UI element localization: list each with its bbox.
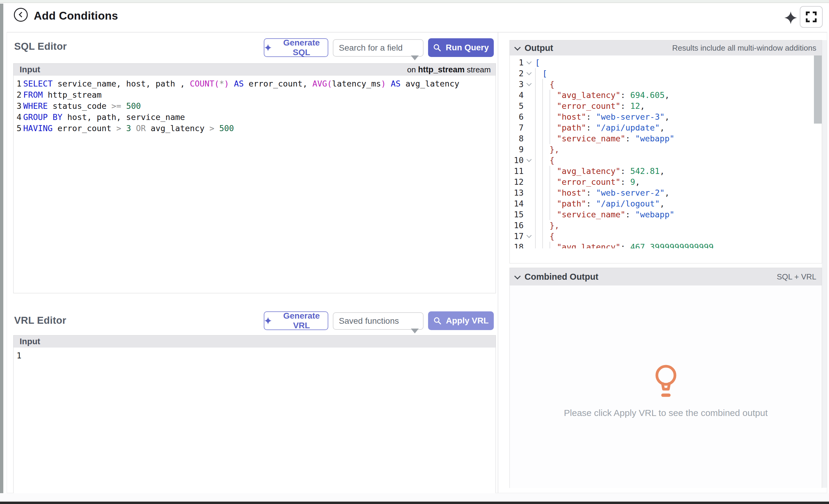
output-title: Output [525, 43, 553, 53]
collapse-chevron-icon[interactable] [524, 68, 535, 79]
line-number: 1 [510, 57, 524, 68]
json-line: 4"avg_latency": 694.605, [510, 90, 822, 101]
json-line: 18"avg_latency": 467.3999999999999, [510, 242, 822, 248]
bottom-spacer [0, 493, 829, 502]
generate-sql-button[interactable]: Generate SQL [264, 38, 328, 57]
output-json-viewer[interactable]: 1[2[3{4"avg_latency": 694.605,5"error_co… [510, 56, 822, 248]
fullscreen-button[interactable] [800, 6, 823, 28]
code-line: 4GROUP BY host, path, service_name [16, 111, 496, 123]
line-number: 4 [510, 90, 524, 101]
combined-output-panel: Combined Output SQL + VRL Please click A… [509, 268, 822, 488]
dropdown-arrow-icon[interactable] [411, 56, 419, 60]
json-line: 13"host": "web-server-2", [510, 187, 822, 199]
saved-functions-input[interactable] [333, 312, 424, 330]
sql-editor-box: Input on http_stream stream 1SELECT serv… [13, 63, 496, 293]
combined-output-body: Please click Apply VRL to see the combin… [510, 285, 822, 488]
collapse-chevron-icon[interactable] [524, 57, 535, 68]
line-number: 16 [510, 220, 524, 231]
sql-controls: Generate SQL Run Query [264, 38, 494, 58]
json-line: 10{ [510, 155, 822, 166]
combined-panel-header: Combined Output SQL + VRL [510, 268, 822, 285]
line-number: 2 [510, 68, 524, 79]
field-search-wrap [333, 39, 424, 57]
line-number: 13 [510, 187, 524, 199]
collapse-chevron-icon[interactable] [524, 79, 535, 90]
fullscreen-icon [805, 11, 817, 23]
output-panel: Output Results include all multi-window … [509, 40, 822, 263]
column-divider [498, 33, 498, 493]
input-label: Input [20, 65, 40, 74]
line-number: 10 [510, 155, 524, 166]
line-number: 12 [510, 177, 524, 187]
bottom-bar [0, 502, 829, 504]
json-line: 12"error_count": 9, [510, 177, 822, 187]
dialog-header: Add Conditions [7, 4, 827, 33]
output-panel-header: Output Results include all multi-window … [510, 40, 822, 56]
json-line: 1[ [510, 57, 822, 68]
line-number: 7 [510, 122, 524, 133]
sparkle-icon [264, 317, 272, 325]
json-line: 15"service_name": "webapp" [510, 209, 822, 220]
sql-editor-title: SQL Editor [14, 41, 67, 52]
saved-functions-wrap [333, 312, 424, 330]
line-number: 17 [510, 231, 524, 242]
json-line: 2[ [510, 68, 822, 79]
code-line: 2FROM http_stream [16, 89, 496, 100]
stream-name: http_stream [418, 65, 465, 74]
chevron-left-icon [19, 12, 24, 17]
line-number: 11 [510, 166, 524, 177]
json-line: 5"error_count": 12, [510, 101, 822, 111]
generate-vrl-button[interactable]: Generate VRL [264, 311, 328, 330]
line-number: 18 [510, 242, 524, 248]
json-line: 11"avg_latency": 542.81, [510, 166, 822, 177]
search-field-input[interactable] [333, 39, 424, 57]
dropdown-arrow-icon[interactable] [411, 329, 419, 333]
line-number: 9 [510, 144, 524, 155]
sparkle-icon[interactable] [784, 11, 797, 24]
line-number: 5 [510, 101, 524, 111]
vrl-editor-box: Input 1 [13, 335, 496, 496]
output-note: Results include all multi-window additio… [672, 43, 816, 53]
json-line: 16}, [510, 220, 822, 231]
vrl-code-editor[interactable]: 1 [13, 348, 496, 496]
back-button[interactable] [14, 8, 28, 22]
input-label: Input [20, 337, 40, 346]
code-line: 1SELECT service_name, host, path , COUNT… [16, 78, 496, 89]
json-line: 17{ [510, 231, 822, 242]
json-line: 3{ [510, 79, 822, 90]
sql-code-editor[interactable]: 1SELECT service_name, host, path , COUNT… [13, 76, 496, 293]
scrollbar-thumb[interactable] [814, 56, 822, 123]
json-line: 6"host": "web-server-3", [510, 111, 822, 122]
empty-state-message: Please click Apply VRL to see the combin… [564, 408, 768, 418]
page-title: Add Conditions [34, 10, 118, 22]
search-icon [433, 317, 442, 325]
sql-input-bar: Input on http_stream stream [13, 64, 496, 76]
sparkle-icon [264, 44, 272, 51]
vrl-input-bar: Input [13, 335, 496, 348]
search-icon [433, 43, 441, 52]
json-line: 14"path": "/api/logout", [510, 199, 822, 209]
line-number: 6 [510, 111, 524, 122]
window-top-strip [0, 0, 829, 3]
collapse-chevron-icon[interactable] [524, 231, 535, 242]
json-line: 7"path": "/api/update", [510, 122, 822, 133]
left-scrollbar[interactable] [0, 4, 3, 499]
run-query-button[interactable]: Run Query [428, 38, 494, 57]
line-number: 15 [510, 209, 524, 220]
vrl-editor-title: VRL Editor [14, 315, 66, 326]
json-line: 8"service_name": "webapp" [510, 133, 822, 144]
combined-note: SQL + VRL [777, 272, 816, 282]
add-conditions-dialog: Add Conditions SQL Editor Generate SQL [0, 0, 829, 504]
code-line: 1 [16, 350, 496, 361]
json-line: 9}, [510, 144, 822, 155]
line-number: 14 [510, 199, 524, 209]
apply-vrl-button[interactable]: Apply VRL [428, 311, 494, 330]
code-line: 3WHERE status_code >= 500 [16, 100, 496, 111]
chevron-down-icon[interactable] [514, 44, 520, 50]
line-number: 8 [510, 133, 524, 144]
vrl-controls: Generate VRL Apply VRL [264, 311, 494, 331]
lightbulb-icon [652, 364, 680, 399]
right-gutter [822, 40, 827, 488]
chevron-down-icon[interactable] [514, 273, 520, 279]
collapse-chevron-icon[interactable] [524, 155, 535, 166]
